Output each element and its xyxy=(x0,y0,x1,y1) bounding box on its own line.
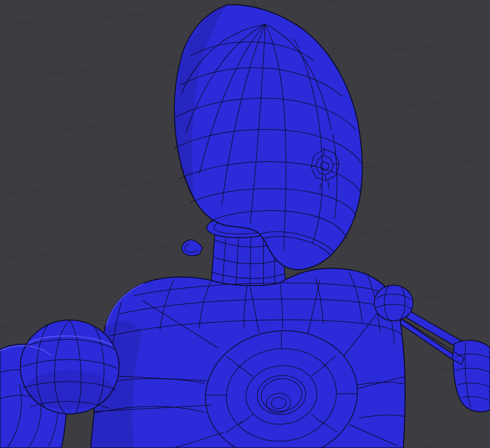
left-shoulder-joint xyxy=(20,320,119,414)
viewport-canvas[interactable] xyxy=(0,0,490,448)
3d-viewport[interactable] xyxy=(0,0,490,448)
left-shoulder-shading xyxy=(26,370,113,409)
right-shoulder-joint xyxy=(374,285,413,321)
torso xyxy=(91,268,405,448)
